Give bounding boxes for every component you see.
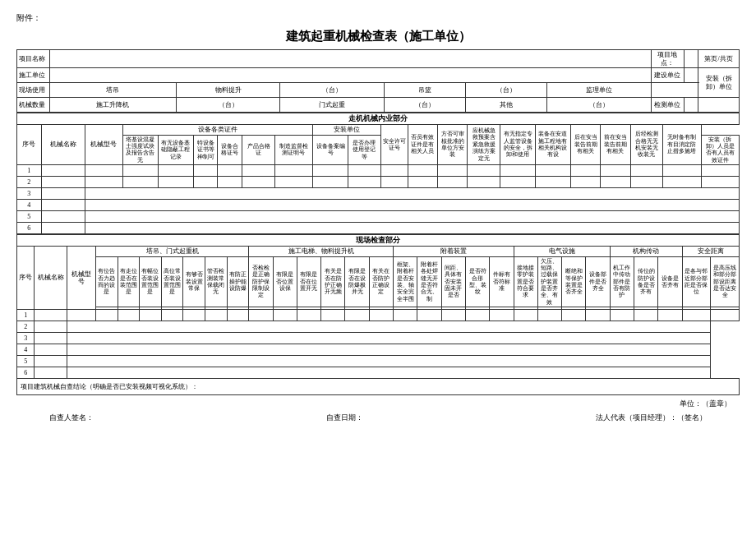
upper-row1-c10 bbox=[313, 165, 348, 177]
lower-row1-c17 bbox=[465, 310, 489, 321]
gate-crane-label: 门式起重 bbox=[280, 98, 385, 113]
upper-row5-name bbox=[41, 211, 85, 223]
upper-row1-c16 bbox=[500, 165, 536, 177]
col-machine-type: 机械型号 bbox=[85, 124, 122, 164]
unit-label: 单位：（盖章） bbox=[680, 399, 731, 409]
col-before-install: 后在安当装告前期有相关 bbox=[570, 124, 600, 164]
sd-h2: 是高压线和部分部部设距离是否达安全 bbox=[711, 256, 740, 307]
lower-row1-c3 bbox=[140, 310, 162, 321]
lower-row1-c7 bbox=[227, 310, 249, 321]
at-h4: 是否符合形型、装纹 bbox=[465, 256, 489, 307]
upper-row6-name bbox=[41, 223, 85, 234]
upper-row2-c10 bbox=[313, 177, 348, 188]
upper-row3-seq: 3 bbox=[17, 188, 42, 200]
upper-row2-type bbox=[85, 177, 122, 188]
tg-h6: 管否检测装常保载闭无 bbox=[205, 256, 228, 307]
tg-h2: 有走位是否在装范围是 bbox=[118, 256, 140, 307]
upper-row2-c8 bbox=[242, 177, 275, 188]
upper-row1-c13 bbox=[408, 165, 437, 177]
lower-row5-name bbox=[35, 356, 67, 367]
col-case-num: 设备备案编号 bbox=[313, 135, 348, 165]
upper-row2-c4 bbox=[122, 177, 158, 188]
inspector-label: 自查人签名： bbox=[49, 413, 94, 423]
col-emergency: 应机械急救预案含紧急救援演练方案定无 bbox=[468, 124, 500, 164]
upper-row2-c9 bbox=[274, 177, 312, 188]
el-h4: 设备部件是否齐全 bbox=[586, 256, 610, 307]
supervisor-unit-value bbox=[651, 83, 698, 98]
upper-row2-c19 bbox=[601, 177, 630, 188]
upper-row1-seq: 1 bbox=[17, 165, 42, 177]
lower-row1-c6 bbox=[205, 310, 228, 321]
col-before-install2: 前在安当装告前期有相关 bbox=[601, 124, 630, 164]
upper-row2-c14 bbox=[438, 177, 468, 188]
upper-row2-name bbox=[41, 177, 85, 188]
lower-col-name: 机械名称 bbox=[35, 246, 67, 309]
lower-row6-seq: 6 bbox=[17, 367, 35, 379]
lower-row1-c15 bbox=[417, 310, 441, 321]
upper-row2-c18 bbox=[570, 177, 600, 188]
lower-row1-c4 bbox=[161, 310, 183, 321]
material-hoist-label: 物料提升 bbox=[176, 83, 280, 98]
lower-row2-name bbox=[35, 321, 67, 333]
count-label: 机械数量 bbox=[17, 98, 50, 113]
lower-row4-seq: 4 bbox=[17, 344, 35, 356]
upper-row2-seq: 2 bbox=[17, 177, 42, 188]
upper-row2-c5 bbox=[158, 177, 193, 188]
attachment-label: 附件： bbox=[16, 12, 740, 24]
tg-h7: 有防正操护能设防爆 bbox=[227, 256, 249, 307]
col-qualify-num: 设备合格证号 bbox=[218, 135, 242, 165]
upper-row2-c15 bbox=[468, 177, 500, 188]
conclusion-label: 项目建筑机械自查结论（明确是否已安装视频可视化系统）： bbox=[17, 379, 740, 395]
lower-row6-name bbox=[35, 367, 67, 379]
lower-row1-c20 bbox=[537, 310, 561, 321]
upper-row2-c21 bbox=[663, 177, 701, 188]
build-unit-label: 建设单位 bbox=[651, 68, 684, 83]
main-title: 建筑起重机械检查表（施工单位） bbox=[16, 29, 740, 44]
lower-row1-c27 bbox=[711, 310, 740, 321]
col-safety-permit: 安全许可证号 bbox=[380, 124, 408, 164]
lower-row1-c13 bbox=[369, 310, 393, 321]
lower-row1-c2 bbox=[118, 310, 140, 321]
col-seq: 序号 bbox=[17, 124, 42, 164]
upper-row1-c8 bbox=[242, 165, 275, 177]
upper-row1-c9 bbox=[274, 165, 312, 177]
col-product-cert: 产品合格证 bbox=[242, 135, 275, 165]
walk-section-header: 走机机械内业部分 bbox=[17, 113, 740, 125]
upper-row1-c15 bbox=[468, 165, 500, 177]
construction-lift-group: 施工电梯、物料提升机 bbox=[249, 246, 394, 256]
page-label: 第页/共页 bbox=[698, 50, 740, 68]
upper-row1-c14 bbox=[438, 165, 468, 177]
footer-row: 自查人签名： 自查日期： 法人代表（项目经理）：（签名） bbox=[16, 413, 740, 423]
lower-col-type: 机械型号 bbox=[67, 246, 96, 309]
lower-col-seq: 序号 bbox=[17, 246, 35, 309]
col-hidden-record: 有无设备基础隐蔽工程记录 bbox=[158, 135, 193, 165]
construction-unit-label: 施工单位 bbox=[17, 68, 50, 83]
col-machine-name: 机械名称 bbox=[41, 124, 85, 164]
cl-h6: 有关在否防护正确设定 bbox=[369, 256, 393, 307]
lower-row1-c1 bbox=[95, 310, 118, 321]
project-location-label: 项目地点： bbox=[651, 50, 684, 68]
lower-row1-c18 bbox=[490, 310, 514, 321]
supervisor-unit-label: 监理单位 bbox=[547, 83, 652, 98]
el-h2: 欠压、短路、过载保护装置是否齐全、有效 bbox=[537, 256, 561, 307]
at-h3: 间距、具体有否安装固未开是否 bbox=[441, 256, 465, 307]
lower-row3-seq: 3 bbox=[17, 333, 35, 344]
lower-row4-rest bbox=[67, 344, 711, 356]
upper-row2-c20 bbox=[630, 177, 663, 188]
tg-h1: 有位告否力趋而的设是 bbox=[95, 256, 118, 307]
upper-row1-c7 bbox=[218, 165, 242, 177]
tg-h3: 有幅位否装设置范围是 bbox=[140, 256, 162, 307]
at-h1: 框架、附着杆是否安装、轴安全完全半围 bbox=[394, 256, 417, 307]
col-install-unit: 安装单位 bbox=[313, 124, 381, 135]
upper-row6-rest bbox=[85, 223, 739, 234]
upper-row5-seq: 5 bbox=[17, 211, 42, 223]
at-h5: 件标有否符标准 bbox=[490, 256, 514, 307]
lower-section-table: 现场检查部分 序号 机械名称 机械型号 塔吊、门式起重机 施工电梯、物料提升机 … bbox=[16, 234, 740, 395]
upper-row1-c20 bbox=[630, 165, 663, 177]
upper-row2-c11 bbox=[348, 177, 381, 188]
col-equipment-cert: 设备各类证件 bbox=[122, 124, 312, 135]
upper-row3-name bbox=[41, 188, 85, 200]
other-label: 其他 bbox=[466, 98, 547, 113]
lower-row1-c10 bbox=[297, 310, 320, 321]
lower-row1-c24 bbox=[634, 310, 658, 321]
